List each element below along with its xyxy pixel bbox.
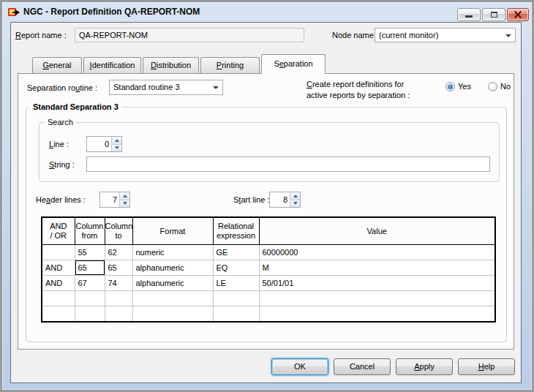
table-row: 55 62 numeric GE 60000000 bbox=[42, 245, 495, 260]
cell-column-from-focused[interactable]: 65 bbox=[75, 260, 105, 276]
col-header-and-or: AND/ OR bbox=[42, 217, 75, 245]
close-icon bbox=[508, 9, 528, 20]
line-spinner-value: 0 bbox=[87, 137, 111, 151]
tab-panel-separation: Separation routine : Standard routine 3 … bbox=[18, 73, 514, 350]
cell-format[interactable]: alphanumeric bbox=[132, 276, 213, 291]
cell-column-to[interactable]: 62 bbox=[105, 245, 132, 260]
col-header-relational-expression: Relationalexpression bbox=[213, 217, 259, 245]
search-group-title: Search bbox=[45, 117, 76, 127]
cell-and-or[interactable]: AND bbox=[42, 260, 75, 276]
cell-format[interactable]: numeric bbox=[132, 245, 213, 260]
line-spinner-down-button[interactable] bbox=[112, 144, 121, 152]
node-name-value: (current monitor) bbox=[379, 31, 438, 39]
separation-conditions-table: AND/ OR Columnfrom Columnto Format Relat… bbox=[41, 216, 496, 323]
radio-yes-label: Yes bbox=[458, 79, 471, 94]
cell-format[interactable] bbox=[132, 291, 213, 306]
create-definitions-label: Create report definitions for active rep… bbox=[307, 79, 410, 101]
line-spinner[interactable]: 0 bbox=[86, 136, 122, 152]
tab-identification[interactable]: Identification bbox=[83, 57, 141, 73]
titlebar[interactable]: NGC - Report Definition QA-REPORT-NOM bbox=[2, 2, 532, 22]
cell-and-or[interactable]: AND bbox=[42, 276, 75, 291]
line-label: Line : bbox=[49, 137, 69, 151]
report-name-label: Report name : bbox=[15, 28, 67, 42]
cell-and-or[interactable] bbox=[42, 291, 75, 306]
start-line-value: 8 bbox=[270, 192, 290, 207]
window: NGC - Report Definition QA-REPORT-NOM Re… bbox=[0, 0, 534, 392]
ok-button[interactable]: OK bbox=[271, 358, 328, 375]
cell-relational-expression[interactable]: GE bbox=[213, 245, 259, 260]
line-spinner-up-button[interactable] bbox=[112, 137, 121, 144]
start-line-label: Start line : bbox=[233, 192, 270, 207]
search-group bbox=[39, 122, 500, 182]
cell-relational-expression[interactable]: LE bbox=[213, 276, 259, 291]
table-row bbox=[42, 291, 495, 306]
minimize-icon bbox=[465, 15, 473, 18]
start-line-up-button[interactable] bbox=[290, 192, 300, 200]
col-header-value: Value bbox=[259, 217, 495, 245]
cell-column-from[interactable] bbox=[75, 291, 105, 306]
col-header-format: Format bbox=[132, 217, 213, 245]
up-arrow-icon bbox=[115, 139, 119, 142]
table-row: AND 65 65 alphanumeric EQ M bbox=[42, 260, 495, 276]
cancel-button[interactable]: Cancel bbox=[334, 358, 391, 375]
cell-format[interactable]: alphanumeric bbox=[132, 260, 213, 276]
table-row: AND 67 74 alphanumeric LE 50/01/01 bbox=[42, 276, 495, 291]
report-name-field[interactable] bbox=[75, 28, 304, 42]
close-button[interactable] bbox=[507, 8, 529, 21]
cell-and-or[interactable] bbox=[42, 245, 75, 260]
string-label: String : bbox=[49, 157, 75, 172]
cell-format[interactable] bbox=[132, 306, 213, 323]
start-line-down-button[interactable] bbox=[290, 200, 300, 208]
cell-column-from[interactable]: 55 bbox=[75, 245, 105, 260]
node-name-select[interactable]: (current monitor) bbox=[375, 28, 516, 42]
header-lines-spinner[interactable]: 7 bbox=[99, 192, 130, 208]
down-arrow-icon bbox=[123, 202, 127, 205]
cell-column-to[interactable] bbox=[105, 291, 132, 306]
table-row bbox=[42, 306, 495, 323]
cell-relational-expression[interactable] bbox=[213, 291, 259, 306]
cell-value[interactable]: 60000000 bbox=[259, 245, 495, 260]
window-title: NGC - Report Definition QA-REPORT-NOM bbox=[23, 7, 200, 17]
dialog-body: Report name : Node name : (current monit… bbox=[10, 22, 522, 383]
separation-routine-value: Standard routine 3 bbox=[113, 83, 180, 91]
app-icon bbox=[8, 7, 21, 18]
down-arrow-icon bbox=[115, 146, 119, 149]
cell-value[interactable]: 50/01/01 bbox=[259, 276, 495, 291]
up-arrow-icon bbox=[293, 195, 298, 197]
start-line-spinner[interactable]: 8 bbox=[269, 192, 301, 208]
tab-general[interactable]: General bbox=[32, 57, 82, 73]
header-lines-down-button[interactable] bbox=[120, 200, 129, 208]
tab-printing[interactable]: Printing bbox=[200, 57, 260, 73]
up-arrow-icon bbox=[123, 195, 127, 197]
cell-value[interactable] bbox=[259, 306, 495, 323]
radio-no[interactable] bbox=[488, 82, 497, 91]
cell-value[interactable] bbox=[259, 291, 495, 306]
cell-value[interactable]: M bbox=[259, 260, 495, 276]
maximize-icon bbox=[491, 12, 497, 18]
cell-column-to[interactable]: 65 bbox=[105, 260, 132, 276]
app-icon-arrow bbox=[15, 10, 20, 15]
separation-routine-select[interactable]: Standard routine 3 bbox=[109, 80, 223, 95]
tab-distribution[interactable]: Distribution bbox=[143, 57, 199, 73]
separation-routine-label: Separation routine : bbox=[27, 80, 97, 95]
cell-column-from[interactable] bbox=[75, 306, 105, 323]
standard-separation-group-title: Standard Separation 3 bbox=[30, 102, 121, 112]
tab-separation[interactable]: Separation bbox=[261, 54, 326, 74]
cell-column-from[interactable]: 67 bbox=[75, 276, 105, 291]
cell-relational-expression[interactable]: EQ bbox=[213, 260, 259, 276]
maximize-button[interactable] bbox=[482, 8, 505, 21]
chevron-down-icon bbox=[213, 86, 219, 89]
cell-column-to[interactable]: 74 bbox=[105, 276, 132, 291]
table-header-row: AND/ OR Columnfrom Columnto Format Relat… bbox=[42, 217, 495, 245]
chevron-down-icon bbox=[505, 34, 511, 37]
apply-button[interactable]: Apply bbox=[396, 358, 453, 375]
string-input[interactable] bbox=[86, 157, 490, 172]
help-button[interactable]: Help bbox=[458, 358, 515, 375]
cell-relational-expression[interactable] bbox=[213, 306, 259, 323]
cell-column-to[interactable] bbox=[105, 306, 132, 323]
col-header-column-from: Columnfrom bbox=[75, 217, 105, 245]
radio-yes[interactable] bbox=[445, 82, 455, 91]
header-lines-up-button[interactable] bbox=[120, 192, 129, 200]
minimize-button[interactable] bbox=[457, 8, 481, 21]
cell-and-or[interactable] bbox=[42, 306, 75, 323]
